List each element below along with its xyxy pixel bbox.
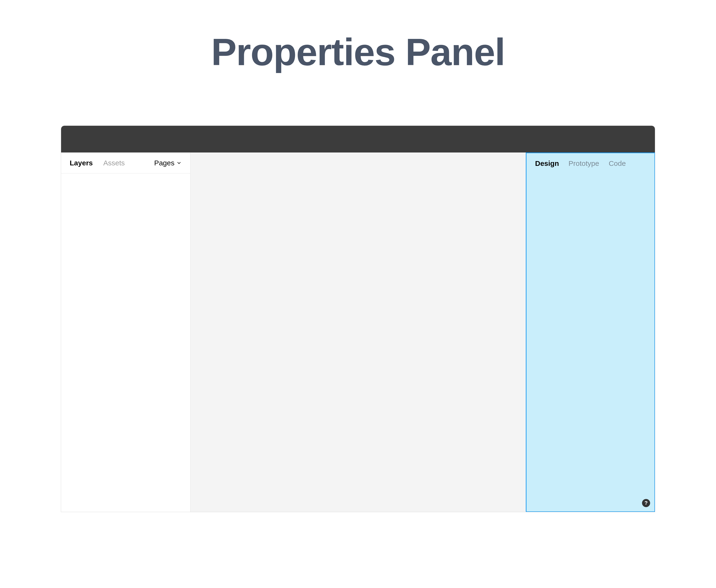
help-icon: ? [645,500,648,506]
window-title-bar [61,126,655,152]
tab-prototype[interactable]: Prototype [569,160,599,168]
left-panel-tab-bar: Layers Assets Pages [61,152,190,173]
chevron-down-icon [176,160,182,166]
tab-design[interactable]: Design [535,160,559,168]
right-panel-tab-bar: Design Prototype Code [526,153,654,174]
app-window: Layers Assets Pages [61,126,655,512]
properties-panel: Design Prototype Code ? [526,152,655,512]
canvas[interactable] [190,152,526,512]
layers-panel-body [61,173,190,512]
pages-dropdown[interactable]: Pages [154,159,182,167]
page-title: Properties Panel [211,31,505,73]
main-area: Layers Assets Pages [61,152,655,512]
pages-dropdown-label: Pages [154,159,174,167]
tab-code[interactable]: Code [609,160,626,168]
page-wrapper: Properties Panel Layers Assets Pages [0,0,716,588]
properties-panel-body [526,174,654,511]
tab-layers[interactable]: Layers [70,159,93,167]
help-button[interactable]: ? [642,499,650,507]
layers-panel: Layers Assets Pages [61,152,190,512]
tab-assets[interactable]: Assets [103,159,125,167]
